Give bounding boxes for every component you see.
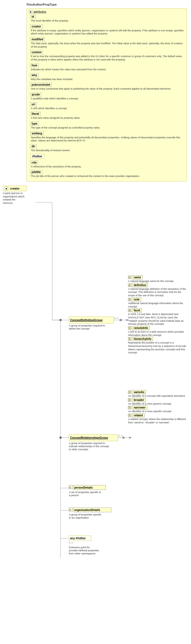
attr-desc: A URI which identifies a concept. xyxy=(31,107,184,110)
creator-icon: ■ xyxy=(5,187,8,190)
svg-text:define the concept: define the concept xyxy=(69,327,90,330)
attr-desc: A free-text value assigned as property v… xyxy=(31,116,184,120)
svg-text:to other concepts: to other concepts xyxy=(69,448,89,451)
svg-text:E: E xyxy=(70,486,71,489)
attr-desc: Why the metadata has been included. xyxy=(31,78,184,81)
attr-name: modified xyxy=(30,37,45,41)
element-row: E sameAs xyxy=(128,390,190,394)
concept-def-element: E note Additional natural language infor… xyxy=(128,297,190,308)
attr-name: jobtitle xyxy=(30,170,42,174)
attr-desc: The local identifier of the property. xyxy=(31,19,184,23)
element-name: related xyxy=(132,413,145,417)
main-container: FlexAuthorPropType ■ attributes id The l… xyxy=(0,0,191,581)
svg-text:provider-defined properties: provider-defined properties xyxy=(69,549,99,552)
element-desc: Additional natural language information … xyxy=(128,302,187,308)
attribute-item: custom If set to true the corresponding … xyxy=(29,50,184,61)
attr-desc: A refinement of the semantics of the pro… xyxy=(31,165,184,169)
element-icon: E xyxy=(128,414,131,417)
element-icon: E xyxy=(128,309,131,312)
concept-rel-elements: E sameAs An identifier of a concept with… xyxy=(128,390,190,424)
svg-text:personDetails: personDetails xyxy=(74,486,93,489)
svg-text:0..∞: 0..∞ xyxy=(69,542,73,544)
element-name: sameAs xyxy=(132,390,146,394)
element-row: E name xyxy=(128,275,190,279)
attr-name: uri xyxy=(30,102,37,106)
attribute-item: uri A URI which identifies a concept. xyxy=(29,102,184,110)
attr-name: dir xyxy=(30,144,37,148)
svg-text:Extension point for: Extension point for xyxy=(69,546,90,549)
element-desc: Represents the position of a concept in … xyxy=(128,341,187,354)
attribute-item: creator If the attribute is empty, speci… xyxy=(29,24,184,36)
svg-text:A group of properties specific: A group of properties specific xyxy=(69,513,102,516)
concept-rel-element: E narrower An identifier of a more speci… xyxy=(128,405,190,413)
attr-name: how xyxy=(30,63,39,67)
right-elements-relationships: E sameAs An identifier of a concept with… xyxy=(128,390,190,424)
element-row: E narrower xyxy=(128,405,190,410)
svg-text:0..∞: 0..∞ xyxy=(114,317,119,319)
element-icon: E xyxy=(128,276,131,279)
attribute-item: jobtitle The job title of the person who… xyxy=(29,170,184,178)
element-name: name xyxy=(132,275,143,279)
attr-desc: A qualified code which identifies a conc… xyxy=(31,97,184,101)
element-row: E note xyxy=(128,297,190,302)
svg-text:a person: a person xyxy=(69,494,79,497)
element-row: E definition xyxy=(128,283,190,287)
center-panel: ConceptDefinitionGroup 0..∞ A group of p… xyxy=(27,186,190,578)
concept-def-elements: E name A natural language name for the c… xyxy=(128,275,190,354)
element-desc: A natural language definition of the sem… xyxy=(128,288,187,297)
attributes-header: ■ attributes xyxy=(29,10,184,13)
element-row: E hierarchyInfo xyxy=(128,337,190,341)
svg-text:0..∞: 0..∞ xyxy=(119,435,123,437)
svg-text:A group of properties required: A group of properties required to xyxy=(69,324,105,327)
svg-text:ConceptRelationshipsGroup: ConceptRelationshipsGroup xyxy=(70,436,108,439)
concept-rel-element: E related A related concept; where the r… xyxy=(128,413,190,424)
attribute-item: pubconstraint One or many constraints th… xyxy=(29,83,184,91)
element-desc: A link to an item or a web resource whic… xyxy=(128,330,187,337)
attribute-item: xmllang Specifies the language of this p… xyxy=(29,131,184,143)
element-desc: A natural language name for the concept. xyxy=(128,280,187,283)
concept-rel-element: E broader An identifier of a more generi… xyxy=(128,398,190,406)
element-icon: E xyxy=(128,398,131,402)
concept-def-element: E hierarchyInfo Represents the position … xyxy=(128,337,190,354)
svg-text:A group of properties required: A group of properties required to xyxy=(69,442,105,445)
attr-desc: The date (and, optionally, the time) whe… xyxy=(31,42,184,48)
element-desc: An identifier of a more generic concept. xyxy=(128,402,187,406)
concept-def-element: E definition A natural language definiti… xyxy=(128,283,190,297)
attr-name: xmllang xyxy=(30,131,44,136)
attr-desc: One or many constraints that apply to pu… xyxy=(31,87,184,91)
attribute-item: id The local identifier of the property. xyxy=(29,15,184,23)
element-desc: A related concept; where the relationshi… xyxy=(128,418,187,424)
svg-text:indicate relationships of the : indicate relationships of the concept xyxy=(69,445,109,448)
element-desc: An identifier of a more specific concept… xyxy=(128,410,187,413)
attributes-icon: ■ xyxy=(29,10,32,13)
attribute-item: modified The date (and, optionally, the … xyxy=(29,37,184,48)
element-name: narrower xyxy=(132,405,147,410)
attribute-item: role A refinement of the semantics of th… xyxy=(29,160,184,169)
element-icon: E xyxy=(128,284,131,287)
attribute-item: ##other xyxy=(29,154,184,159)
svg-text:ConceptDefinitionGroup: ConceptDefinitionGroup xyxy=(70,319,103,322)
attr-name: id xyxy=(30,15,36,19)
attribute-item: qcode A qualified code which identifies … xyxy=(29,92,184,101)
left-panel: ■ creator A party (person or organisatio… xyxy=(1,186,27,578)
attr-name: why xyxy=(30,73,38,77)
element-desc: An identifier of a concept with equivale… xyxy=(128,395,187,398)
svg-text:A set of properties specific t: A set of properties specific to xyxy=(69,491,101,494)
attribute-item: dir The directionality of textual conten… xyxy=(29,144,184,152)
attribute-item: type The type of the concept assigned as… xyxy=(29,122,184,130)
attributes-box: ■ attributes id The local identifier of … xyxy=(27,8,187,181)
element-row: E broader xyxy=(128,398,190,402)
attr-name: pubconstraint xyxy=(30,83,52,87)
concept-def-element: E name A natural language name for the c… xyxy=(128,275,190,283)
svg-text:any ##other: any ##other xyxy=(70,537,86,540)
right-elements-definition: E name A natural language name for the c… xyxy=(128,275,190,354)
element-icon: E xyxy=(128,391,131,394)
attr-desc: The type of the concept assigned as cont… xyxy=(31,126,184,130)
element-row: E remoteInfo xyxy=(128,326,190,330)
attr-name: custom xyxy=(30,50,43,54)
attributes-list: id The local identifier of the property.… xyxy=(29,15,184,178)
element-icon: E xyxy=(128,406,131,409)
element-name: remoteInfo xyxy=(132,326,150,330)
svg-text:E: E xyxy=(70,508,71,511)
svg-marker-20 xyxy=(129,437,132,439)
